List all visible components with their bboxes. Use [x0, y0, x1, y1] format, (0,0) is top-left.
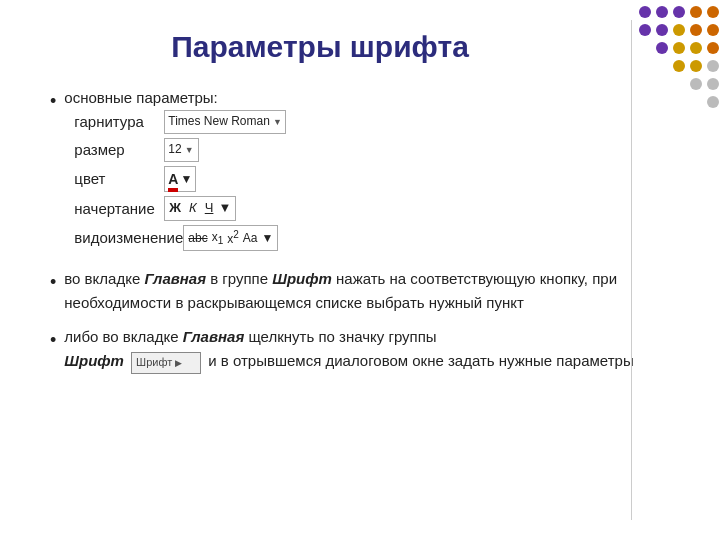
- color-underline: [168, 188, 178, 191]
- svg-point-2: [673, 6, 685, 18]
- subscript-button[interactable]: x1: [212, 228, 224, 249]
- modification-buttons[interactable]: abc x1 x2 Aa ▼: [183, 225, 278, 251]
- svg-point-16: [707, 60, 719, 72]
- vertical-divider: [631, 20, 633, 520]
- param-row-font: гарнитура Times New Roman ▼: [74, 110, 670, 134]
- svg-point-8: [690, 24, 702, 36]
- svg-point-17: [690, 78, 702, 90]
- param-label-color: цвет: [74, 167, 164, 191]
- svg-point-1: [656, 6, 668, 18]
- bullet-3-content: либо во вкладке Главная щелкнуть по знач…: [64, 325, 670, 374]
- svg-point-11: [673, 42, 685, 54]
- color-a-letter: A: [168, 168, 178, 190]
- params-block: гарнитура Times New Roman ▼ размер 12 ▼: [74, 110, 670, 251]
- font-dropdown[interactable]: Times New Roman ▼: [164, 110, 286, 133]
- svg-point-15: [690, 60, 702, 72]
- font-dialog-badge-label: Шрифт: [136, 354, 172, 372]
- bullet-2-shrift: Шрифт: [272, 270, 332, 287]
- bullet-3-text-2: щелкнуть по значку группы: [244, 328, 436, 345]
- svg-point-12: [690, 42, 702, 54]
- svg-point-5: [639, 24, 651, 36]
- color-button[interactable]: A ▼: [164, 166, 196, 192]
- bullet-symbol-3: •: [50, 326, 56, 355]
- bullet-2-content: во вкладке Главная в группе Шрифт нажать…: [64, 267, 670, 315]
- bullet-2-text-1: во вкладке: [64, 270, 144, 287]
- bullet-3-text-1: либо во вкладке: [64, 328, 182, 345]
- superscript-button[interactable]: x2: [227, 227, 239, 249]
- font-dialog-badge-arrow: ▶: [175, 356, 182, 370]
- param-label-style: начертание: [74, 197, 164, 221]
- param-row-mod: видоизменение abc x1 x2 Aa ▼: [74, 225, 670, 251]
- format-buttons[interactable]: Ж К Ч ▼: [164, 196, 236, 221]
- aa-button[interactable]: Aa: [243, 229, 258, 248]
- svg-point-14: [673, 60, 685, 72]
- font-dropdown-arrow: ▼: [273, 115, 282, 129]
- italic-button[interactable]: К: [189, 198, 197, 219]
- svg-point-10: [656, 42, 668, 54]
- font-dialog-badge[interactable]: Шрифт ▶: [131, 352, 201, 374]
- svg-point-7: [673, 24, 685, 36]
- decorative-dots: [630, 0, 720, 200]
- svg-point-13: [707, 42, 719, 54]
- size-dropdown[interactable]: 12 ▼: [164, 138, 199, 161]
- slide-title: Параметры шрифта: [50, 30, 670, 64]
- bold-button[interactable]: Ж: [169, 198, 181, 219]
- bullet-1-intro: основные параметры:: [64, 89, 217, 106]
- mod-arrow: ▼: [261, 229, 273, 248]
- svg-point-0: [639, 6, 651, 18]
- bullet-symbol-2: •: [50, 268, 56, 297]
- bullet-3: • либо во вкладке Главная щелкнуть по зн…: [50, 325, 670, 374]
- bullet-1: • основные параметры: гарнитура Times Ne…: [50, 86, 670, 255]
- color-button-arrow: ▼: [180, 170, 192, 189]
- svg-point-3: [690, 6, 702, 18]
- param-label-mod: видоизменение: [74, 226, 183, 250]
- bullet-2-glavnaya: Главная: [144, 270, 206, 287]
- bullet-symbol-1: •: [50, 87, 56, 116]
- param-label-size: размер: [74, 138, 164, 162]
- bullet-3-shrift: Шрифт: [64, 352, 124, 369]
- format-arrow: ▼: [218, 198, 231, 219]
- slide-container: Параметры шрифта • основные параметры: г…: [0, 0, 720, 540]
- param-row-style: начертание Ж К Ч ▼: [74, 196, 670, 221]
- bullet-2: • во вкладке Главная в группе Шрифт нажа…: [50, 267, 670, 315]
- svg-point-18: [707, 78, 719, 90]
- bullet-3-text-3: и в отрывшемся диалоговом окне задать ну…: [208, 352, 633, 369]
- font-dropdown-value: Times New Roman: [168, 112, 270, 131]
- svg-point-19: [707, 96, 719, 108]
- svg-point-9: [707, 24, 719, 36]
- param-label-font: гарнитура: [74, 110, 164, 134]
- underline-button[interactable]: Ч: [205, 198, 214, 219]
- strikethrough-button[interactable]: abc: [188, 229, 207, 248]
- size-dropdown-arrow: ▼: [185, 143, 194, 157]
- content-area: • основные параметры: гарнитура Times Ne…: [50, 86, 670, 374]
- param-row-size: размер 12 ▼: [74, 138, 670, 162]
- bullet-3-glavnaya: Главная: [183, 328, 245, 345]
- size-dropdown-value: 12: [168, 140, 181, 159]
- bullet-1-content: основные параметры: гарнитура Times New …: [64, 86, 670, 255]
- param-row-color: цвет A ▼: [74, 166, 670, 192]
- bullet-2-text-2: в группе: [206, 270, 272, 287]
- svg-point-4: [707, 6, 719, 18]
- svg-point-6: [656, 24, 668, 36]
